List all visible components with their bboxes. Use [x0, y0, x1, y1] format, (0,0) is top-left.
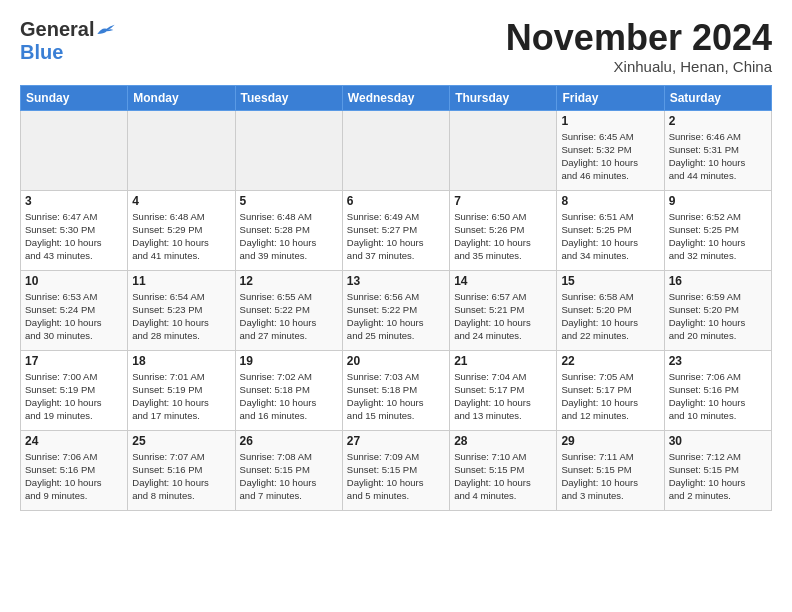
- day-info: Sunrise: 6:55 AM Sunset: 5:22 PM Dayligh…: [240, 290, 338, 343]
- day-info: Sunrise: 7:07 AM Sunset: 5:16 PM Dayligh…: [132, 450, 230, 503]
- day-info: Sunrise: 6:49 AM Sunset: 5:27 PM Dayligh…: [347, 210, 445, 263]
- calendar-cell: [235, 110, 342, 190]
- calendar-cell: 29Sunrise: 7:11 AM Sunset: 5:15 PM Dayli…: [557, 430, 664, 510]
- calendar-cell: 13Sunrise: 6:56 AM Sunset: 5:22 PM Dayli…: [342, 270, 449, 350]
- calendar-cell: [450, 110, 557, 190]
- calendar-cell: 25Sunrise: 7:07 AM Sunset: 5:16 PM Dayli…: [128, 430, 235, 510]
- weekday-header-saturday: Saturday: [664, 85, 771, 110]
- day-number: 14: [454, 274, 552, 288]
- calendar-cell: 8Sunrise: 6:51 AM Sunset: 5:25 PM Daylig…: [557, 190, 664, 270]
- day-info: Sunrise: 6:53 AM Sunset: 5:24 PM Dayligh…: [25, 290, 123, 343]
- calendar-cell: 22Sunrise: 7:05 AM Sunset: 5:17 PM Dayli…: [557, 350, 664, 430]
- day-info: Sunrise: 6:45 AM Sunset: 5:32 PM Dayligh…: [561, 130, 659, 183]
- day-number: 6: [347, 194, 445, 208]
- weekday-header-monday: Monday: [128, 85, 235, 110]
- day-info: Sunrise: 6:59 AM Sunset: 5:20 PM Dayligh…: [669, 290, 767, 343]
- calendar-cell: 24Sunrise: 7:06 AM Sunset: 5:16 PM Dayli…: [21, 430, 128, 510]
- day-number: 19: [240, 354, 338, 368]
- day-info: Sunrise: 7:12 AM Sunset: 5:15 PM Dayligh…: [669, 450, 767, 503]
- calendar-cell: 9Sunrise: 6:52 AM Sunset: 5:25 PM Daylig…: [664, 190, 771, 270]
- day-info: Sunrise: 6:46 AM Sunset: 5:31 PM Dayligh…: [669, 130, 767, 183]
- day-info: Sunrise: 6:50 AM Sunset: 5:26 PM Dayligh…: [454, 210, 552, 263]
- day-number: 24: [25, 434, 123, 448]
- logo-blue: Blue: [20, 41, 63, 63]
- day-info: Sunrise: 7:01 AM Sunset: 5:19 PM Dayligh…: [132, 370, 230, 423]
- week-row-3: 10Sunrise: 6:53 AM Sunset: 5:24 PM Dayli…: [21, 270, 772, 350]
- calendar-cell: 27Sunrise: 7:09 AM Sunset: 5:15 PM Dayli…: [342, 430, 449, 510]
- day-number: 1: [561, 114, 659, 128]
- calendar-cell: 18Sunrise: 7:01 AM Sunset: 5:19 PM Dayli…: [128, 350, 235, 430]
- day-info: Sunrise: 7:05 AM Sunset: 5:17 PM Dayligh…: [561, 370, 659, 423]
- day-info: Sunrise: 7:09 AM Sunset: 5:15 PM Dayligh…: [347, 450, 445, 503]
- day-number: 27: [347, 434, 445, 448]
- logo-bird-icon: [96, 22, 116, 38]
- day-number: 13: [347, 274, 445, 288]
- day-info: Sunrise: 6:58 AM Sunset: 5:20 PM Dayligh…: [561, 290, 659, 343]
- day-info: Sunrise: 6:47 AM Sunset: 5:30 PM Dayligh…: [25, 210, 123, 263]
- weekday-header-row: SundayMondayTuesdayWednesdayThursdayFrid…: [21, 85, 772, 110]
- calendar-cell: 23Sunrise: 7:06 AM Sunset: 5:16 PM Dayli…: [664, 350, 771, 430]
- day-number: 12: [240, 274, 338, 288]
- week-row-4: 17Sunrise: 7:00 AM Sunset: 5:19 PM Dayli…: [21, 350, 772, 430]
- calendar-cell: [128, 110, 235, 190]
- calendar-cell: 11Sunrise: 6:54 AM Sunset: 5:23 PM Dayli…: [128, 270, 235, 350]
- calendar-cell: 20Sunrise: 7:03 AM Sunset: 5:18 PM Dayli…: [342, 350, 449, 430]
- header: General Blue November 2024 Xinhualu, Hen…: [20, 18, 772, 75]
- calendar-cell: 1Sunrise: 6:45 AM Sunset: 5:32 PM Daylig…: [557, 110, 664, 190]
- day-number: 16: [669, 274, 767, 288]
- day-number: 9: [669, 194, 767, 208]
- day-info: Sunrise: 7:06 AM Sunset: 5:16 PM Dayligh…: [25, 450, 123, 503]
- day-number: 22: [561, 354, 659, 368]
- day-info: Sunrise: 7:04 AM Sunset: 5:17 PM Dayligh…: [454, 370, 552, 423]
- page: General Blue November 2024 Xinhualu, Hen…: [0, 0, 792, 521]
- day-number: 18: [132, 354, 230, 368]
- week-row-2: 3Sunrise: 6:47 AM Sunset: 5:30 PM Daylig…: [21, 190, 772, 270]
- day-info: Sunrise: 7:10 AM Sunset: 5:15 PM Dayligh…: [454, 450, 552, 503]
- day-number: 7: [454, 194, 552, 208]
- week-row-5: 24Sunrise: 7:06 AM Sunset: 5:16 PM Dayli…: [21, 430, 772, 510]
- logo-general: General: [20, 18, 94, 41]
- day-info: Sunrise: 6:48 AM Sunset: 5:29 PM Dayligh…: [132, 210, 230, 263]
- calendar-cell: 10Sunrise: 6:53 AM Sunset: 5:24 PM Dayli…: [21, 270, 128, 350]
- day-info: Sunrise: 6:54 AM Sunset: 5:23 PM Dayligh…: [132, 290, 230, 343]
- day-number: 21: [454, 354, 552, 368]
- day-info: Sunrise: 6:48 AM Sunset: 5:28 PM Dayligh…: [240, 210, 338, 263]
- day-number: 17: [25, 354, 123, 368]
- weekday-header-friday: Friday: [557, 85, 664, 110]
- calendar-cell: 3Sunrise: 6:47 AM Sunset: 5:30 PM Daylig…: [21, 190, 128, 270]
- day-info: Sunrise: 7:06 AM Sunset: 5:16 PM Dayligh…: [669, 370, 767, 423]
- day-number: 20: [347, 354, 445, 368]
- weekday-header-sunday: Sunday: [21, 85, 128, 110]
- calendar-cell: 6Sunrise: 6:49 AM Sunset: 5:27 PM Daylig…: [342, 190, 449, 270]
- day-info: Sunrise: 6:51 AM Sunset: 5:25 PM Dayligh…: [561, 210, 659, 263]
- day-number: 15: [561, 274, 659, 288]
- calendar-cell: 5Sunrise: 6:48 AM Sunset: 5:28 PM Daylig…: [235, 190, 342, 270]
- day-number: 2: [669, 114, 767, 128]
- calendar-cell: 16Sunrise: 6:59 AM Sunset: 5:20 PM Dayli…: [664, 270, 771, 350]
- weekday-header-wednesday: Wednesday: [342, 85, 449, 110]
- day-number: 29: [561, 434, 659, 448]
- calendar-cell: 14Sunrise: 6:57 AM Sunset: 5:21 PM Dayli…: [450, 270, 557, 350]
- calendar-cell: [342, 110, 449, 190]
- day-info: Sunrise: 7:08 AM Sunset: 5:15 PM Dayligh…: [240, 450, 338, 503]
- day-info: Sunrise: 7:00 AM Sunset: 5:19 PM Dayligh…: [25, 370, 123, 423]
- week-row-1: 1Sunrise: 6:45 AM Sunset: 5:32 PM Daylig…: [21, 110, 772, 190]
- day-info: Sunrise: 6:56 AM Sunset: 5:22 PM Dayligh…: [347, 290, 445, 343]
- day-number: 26: [240, 434, 338, 448]
- weekday-header-tuesday: Tuesday: [235, 85, 342, 110]
- day-number: 30: [669, 434, 767, 448]
- day-info: Sunrise: 7:03 AM Sunset: 5:18 PM Dayligh…: [347, 370, 445, 423]
- calendar-cell: [21, 110, 128, 190]
- calendar-table: SundayMondayTuesdayWednesdayThursdayFrid…: [20, 85, 772, 511]
- day-number: 4: [132, 194, 230, 208]
- title-block: November 2024 Xinhualu, Henan, China: [506, 18, 772, 75]
- calendar-cell: 7Sunrise: 6:50 AM Sunset: 5:26 PM Daylig…: [450, 190, 557, 270]
- calendar-cell: 17Sunrise: 7:00 AM Sunset: 5:19 PM Dayli…: [21, 350, 128, 430]
- calendar-cell: 30Sunrise: 7:12 AM Sunset: 5:15 PM Dayli…: [664, 430, 771, 510]
- day-number: 3: [25, 194, 123, 208]
- location-subtitle: Xinhualu, Henan, China: [506, 58, 772, 75]
- day-number: 25: [132, 434, 230, 448]
- weekday-header-thursday: Thursday: [450, 85, 557, 110]
- calendar-cell: 2Sunrise: 6:46 AM Sunset: 5:31 PM Daylig…: [664, 110, 771, 190]
- calendar-cell: 12Sunrise: 6:55 AM Sunset: 5:22 PM Dayli…: [235, 270, 342, 350]
